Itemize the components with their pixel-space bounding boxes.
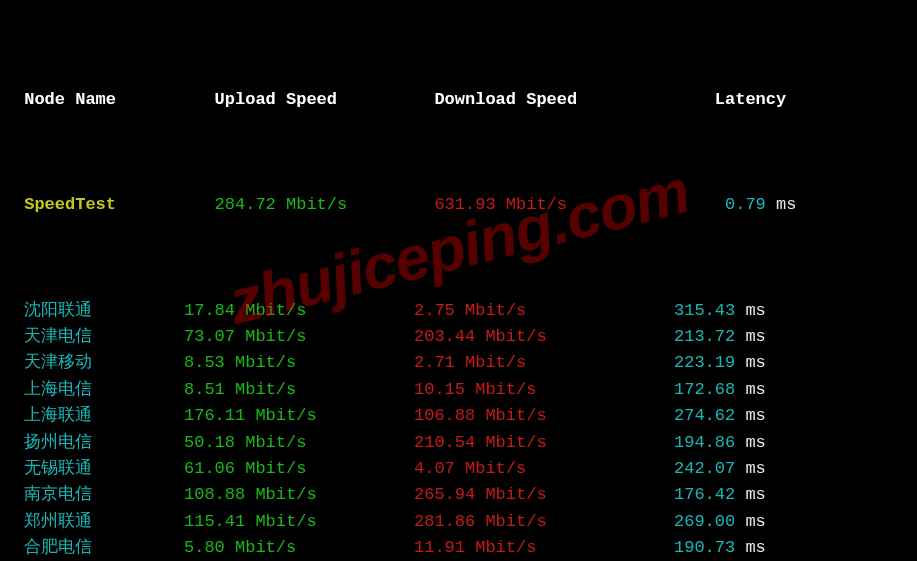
latency-value: 274.62	[674, 406, 735, 425]
latency-value: 190.73	[674, 538, 735, 557]
speed-row: 上海联通176.11 Mbit/s106.88 Mbit/s274.62 ms	[14, 403, 903, 429]
upload-speed: 8.53 Mbit/s	[184, 350, 414, 376]
latency-unit: ms	[735, 485, 766, 504]
download-speed: 281.86 Mbit/s	[414, 509, 674, 535]
latency: 274.62 ms	[674, 403, 844, 429]
node-name: 南京电信	[14, 482, 184, 508]
node-name: 郑州联通	[14, 509, 184, 535]
node-name: 上海电信	[14, 377, 184, 403]
upload-speed: 108.88 Mbit/s	[184, 482, 414, 508]
speedtest-row: SpeedTest 284.72 Mbit/s 631.93 Mbit/s 0.…	[14, 192, 903, 218]
download-speed: 265.94 Mbit/s	[414, 482, 674, 508]
header-upload: Upload Speed	[184, 87, 414, 113]
latency-value: 269.00	[674, 512, 735, 531]
upload-speed: 73.07 Mbit/s	[184, 324, 414, 350]
download-speed: 106.88 Mbit/s	[414, 403, 674, 429]
speed-row: 沈阳联通17.84 Mbit/s2.75 Mbit/s315.43 ms	[14, 298, 903, 324]
speed-row: 无锡联通61.06 Mbit/s4.07 Mbit/s242.07 ms	[14, 456, 903, 482]
speedtest-latency: 0.79 ms	[674, 192, 844, 218]
speedtest-upload: 284.72 Mbit/s	[184, 192, 414, 218]
latency-unit: ms	[735, 380, 766, 399]
node-name: 合肥电信	[14, 535, 184, 561]
download-speed: 2.75 Mbit/s	[414, 298, 674, 324]
node-name: 上海联通	[14, 403, 184, 429]
node-name: 无锡联通	[14, 456, 184, 482]
latency-unit: ms	[735, 512, 766, 531]
latency-unit: ms	[735, 327, 766, 346]
latency-unit: ms	[766, 195, 797, 214]
terminal-output: Node Name Upload Speed Download Speed La…	[0, 0, 917, 561]
download-speed: 11.91 Mbit/s	[414, 535, 674, 561]
latency: 242.07 ms	[674, 456, 844, 482]
download-speed: 2.71 Mbit/s	[414, 350, 674, 376]
download-speed: 10.15 Mbit/s	[414, 377, 674, 403]
latency: 223.19 ms	[674, 350, 844, 376]
download-speed: 210.54 Mbit/s	[414, 430, 674, 456]
download-speed: 203.44 Mbit/s	[414, 324, 674, 350]
speed-row: 上海电信8.51 Mbit/s10.15 Mbit/s172.68 ms	[14, 377, 903, 403]
node-name: 天津电信	[14, 324, 184, 350]
speedtest-name: SpeedTest	[14, 192, 184, 218]
latency: 190.73 ms	[674, 535, 844, 561]
header-latency: Latency	[674, 87, 844, 113]
download-speed: 4.07 Mbit/s	[414, 456, 674, 482]
speed-row: 天津移动8.53 Mbit/s2.71 Mbit/s223.19 ms	[14, 350, 903, 376]
node-name: 扬州电信	[14, 430, 184, 456]
latency-unit: ms	[735, 433, 766, 452]
speed-row: 天津电信73.07 Mbit/s203.44 Mbit/s213.72 ms	[14, 324, 903, 350]
node-name: 沈阳联通	[14, 298, 184, 324]
latency: 315.43 ms	[674, 298, 844, 324]
latency: 213.72 ms	[674, 324, 844, 350]
speed-row: 合肥电信5.80 Mbit/s11.91 Mbit/s190.73 ms	[14, 535, 903, 561]
latency-value: 194.86	[674, 433, 735, 452]
latency-unit: ms	[735, 538, 766, 557]
upload-speed: 61.06 Mbit/s	[184, 456, 414, 482]
latency: 194.86 ms	[674, 430, 844, 456]
upload-speed: 176.11 Mbit/s	[184, 403, 414, 429]
latency: 172.68 ms	[674, 377, 844, 403]
speed-rows: 沈阳联通17.84 Mbit/s2.75 Mbit/s315.43 ms 天津电…	[14, 298, 903, 561]
upload-speed: 115.41 Mbit/s	[184, 509, 414, 535]
speed-row: 南京电信108.88 Mbit/s265.94 Mbit/s176.42 ms	[14, 482, 903, 508]
latency-value: 172.68	[674, 380, 735, 399]
node-name: 天津移动	[14, 350, 184, 376]
latency-value: 213.72	[674, 327, 735, 346]
header-row: Node Name Upload Speed Download Speed La…	[14, 87, 903, 113]
latency-value: 0.79	[674, 195, 766, 214]
latency: 269.00 ms	[674, 509, 844, 535]
latency-value: 176.42	[674, 485, 735, 504]
speedtest-download: 631.93 Mbit/s	[414, 192, 674, 218]
latency-unit: ms	[735, 301, 766, 320]
latency-value: 315.43	[674, 301, 735, 320]
latency-unit: ms	[735, 353, 766, 372]
header-node: Node Name	[14, 87, 184, 113]
upload-speed: 50.18 Mbit/s	[184, 430, 414, 456]
header-download: Download Speed	[414, 87, 674, 113]
latency-unit: ms	[735, 406, 766, 425]
speed-row: 扬州电信50.18 Mbit/s210.54 Mbit/s194.86 ms	[14, 430, 903, 456]
latency-value: 242.07	[674, 459, 735, 478]
upload-speed: 5.80 Mbit/s	[184, 535, 414, 561]
speed-row: 郑州联通115.41 Mbit/s281.86 Mbit/s269.00 ms	[14, 509, 903, 535]
upload-speed: 8.51 Mbit/s	[184, 377, 414, 403]
latency: 176.42 ms	[674, 482, 844, 508]
latency-value: 223.19	[674, 353, 735, 372]
upload-speed: 17.84 Mbit/s	[184, 298, 414, 324]
latency-unit: ms	[735, 459, 766, 478]
